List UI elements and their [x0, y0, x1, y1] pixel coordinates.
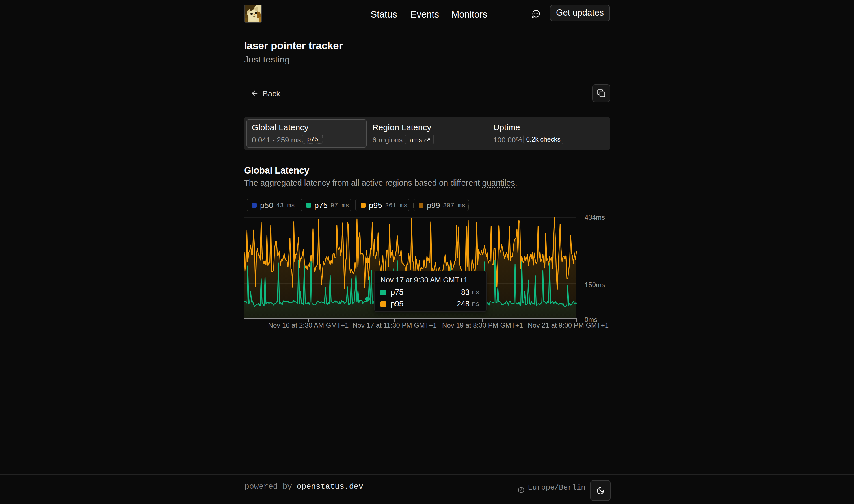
svg-text:150ms: 150ms [585, 281, 605, 289]
svg-text:Nov 21 at 9:00 PM GMT+1: Nov 21 at 9:00 PM GMT+1 [528, 321, 608, 329]
svg-text:Nov 17 at 11:30 PM GMT+1: Nov 17 at 11:30 PM GMT+1 [352, 321, 437, 329]
svg-text:434ms: 434ms [585, 213, 605, 221]
svg-text:Nov 16 at 2:30 AM GMT+1: Nov 16 at 2:30 AM GMT+1 [268, 321, 349, 329]
svg-text:Nov 19 at 8:30 PM GMT+1: Nov 19 at 8:30 PM GMT+1 [442, 321, 523, 329]
